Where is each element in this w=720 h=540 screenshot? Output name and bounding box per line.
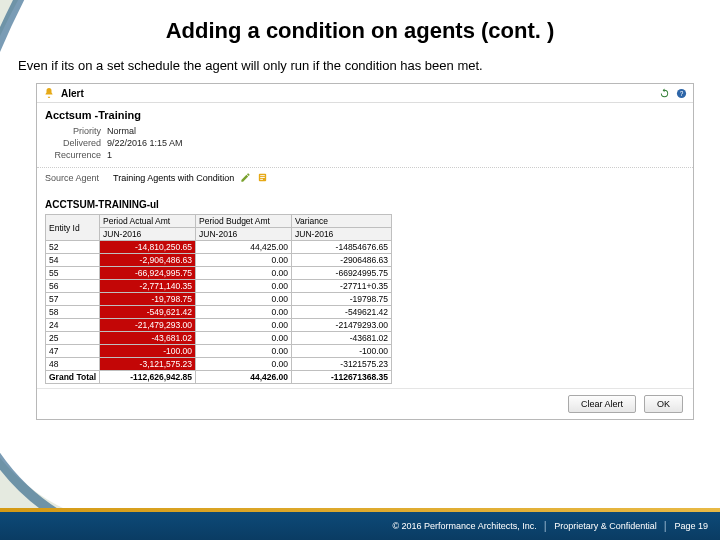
table-row: 54-2,906,486.630.00-2906486.63: [46, 254, 392, 267]
footer-separator: │: [537, 521, 555, 531]
delivered-value: 9/22/2016 1:15 AM: [107, 138, 183, 148]
data-table: Entity Id Period Actual Amt Period Budge…: [45, 214, 392, 384]
alert-header-bar: Alert ?: [37, 84, 693, 103]
recurrence-value: 1: [107, 150, 112, 160]
col-variance: Variance: [292, 215, 392, 228]
button-row: Clear Alert OK: [37, 388, 693, 419]
table-row: 56-2,771,140.350.00-27711+0.35: [46, 280, 392, 293]
source-agent-row: Source Agent Training Agents with Condit…: [37, 167, 693, 189]
alert-metadata: Priority Normal Delivered 9/22/2016 1:15…: [37, 125, 693, 167]
table-row: 52-14,810,250.6544,425.00-14854676.65: [46, 241, 392, 254]
col-actual-period: JUN-2016: [100, 228, 196, 241]
col-period-actual: Period Actual Amt: [100, 215, 196, 228]
table-row: 58-549,621.420.00-549621.42: [46, 306, 392, 319]
col-budget-period: JUN-2016: [196, 228, 292, 241]
source-agent-value: Training Agents with Condition: [113, 173, 234, 183]
col-period-budget: Period Budget Amt: [196, 215, 292, 228]
delivered-label: Delivered: [45, 138, 107, 148]
footer-page: Page 19: [674, 521, 708, 531]
col-variance-period: JUN-2016: [292, 228, 392, 241]
footer-copyright: © 2016 Performance Architects, Inc.: [392, 521, 536, 531]
svg-text:?: ?: [680, 89, 684, 96]
footer-bar: © 2016 Performance Architects, Inc. │ Pr…: [0, 512, 720, 540]
table-row: 47-100.000.00-100.00: [46, 345, 392, 358]
priority-label: Priority: [45, 126, 107, 136]
table-row: 25-43,681.020.00-43681.02: [46, 332, 392, 345]
source-agent-label: Source Agent: [45, 173, 113, 183]
report-icon[interactable]: [257, 172, 268, 183]
alert-window: Alert ? Acctsum -Training Priority Norma…: [36, 83, 694, 420]
ok-button[interactable]: OK: [644, 395, 683, 413]
alert-label: Alert: [61, 88, 84, 99]
grand-total-row: Grand Total -112,626,942.85 44,426.00 -1…: [46, 371, 392, 384]
report-title: ACCTSUM-TRAINING-ul: [37, 189, 693, 214]
svg-rect-4: [260, 177, 265, 178]
pencil-icon[interactable]: [240, 172, 251, 183]
table-row: 55-66,924,995.750.00-66924995.75: [46, 267, 392, 280]
footer-separator: │: [657, 521, 675, 531]
slide-title: Adding a condition on agents (cont. ): [0, 0, 720, 50]
table-row: 57-19,798.750.00-19798.75: [46, 293, 392, 306]
bell-icon: [43, 87, 55, 99]
table-row: 48-3,121,575.230.00-3121575.23: [46, 358, 392, 371]
svg-rect-5: [260, 179, 263, 180]
alert-title: Acctsum -Training: [37, 103, 693, 125]
footer-proprietary: Proprietary & Confidential: [554, 521, 657, 531]
priority-value: Normal: [107, 126, 136, 136]
table-row: 24-21,479,293.000.00-21479293.00: [46, 319, 392, 332]
slide-subtitle: Even if its on a set schedule the agent …: [0, 50, 720, 79]
help-icon[interactable]: ?: [676, 88, 687, 99]
recurrence-label: Recurrence: [45, 150, 107, 160]
clear-alert-button[interactable]: Clear Alert: [568, 395, 636, 413]
svg-rect-3: [260, 175, 265, 176]
refresh-icon[interactable]: [659, 88, 670, 99]
col-entity-id: Entity Id: [46, 215, 100, 241]
